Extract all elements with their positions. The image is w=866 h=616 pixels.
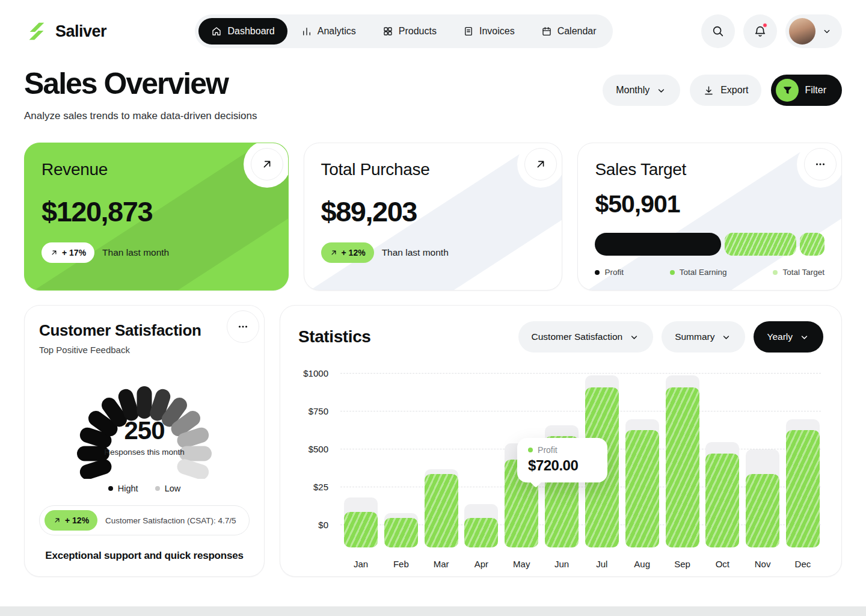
- y-axis-tick: $750: [298, 406, 328, 416]
- statistics-card: Statistics Customer Satisfaction Summary…: [280, 305, 842, 577]
- tooltip-label: Profit: [538, 445, 557, 455]
- bar-profit: [384, 518, 418, 547]
- bar-profit: [786, 430, 820, 547]
- bar-chart: $1000$750$500$25$0JanFebMarAprMayJunProf…: [298, 367, 823, 575]
- x-axis-label: Nov: [746, 559, 779, 569]
- y-axis-tick: $1000: [298, 368, 328, 378]
- topbar: Saliver DashboardAnalyticsProductsInvoic…: [24, 14, 842, 48]
- total-purchase-card: Total Purchase $89,203 + 12% Than last m…: [304, 143, 563, 291]
- legend-dot: [108, 486, 113, 491]
- chart-column-jun[interactable]: JunProfit$720.00: [545, 367, 579, 575]
- chart-column-mar[interactable]: Mar: [425, 367, 458, 575]
- notifications-button[interactable]: [743, 14, 777, 48]
- page-title: Sales Overview: [24, 66, 257, 101]
- search-button[interactable]: [701, 14, 735, 48]
- products-icon: [382, 26, 393, 37]
- chart-column-jan[interactable]: Jan: [344, 367, 378, 575]
- bottom-row: Customer Satisfaction Top Positive Feedb…: [24, 305, 842, 577]
- statistics-filters: Customer Satisfaction Summary Yearly: [518, 321, 823, 353]
- total-purchase-value: $89,203: [321, 195, 545, 228]
- dots-menu-icon: [814, 158, 827, 171]
- bar-profit: [625, 430, 659, 547]
- total-purchase-title: Total Purchase: [321, 160, 545, 179]
- search-icon: [711, 25, 725, 38]
- avatar: [789, 18, 815, 45]
- x-axis-label: Dec: [786, 559, 820, 569]
- statistics-header: Statistics Customer Satisfaction Summary…: [298, 321, 823, 353]
- filter-label: Filter: [805, 85, 826, 96]
- nav-item-dashboard[interactable]: Dashboard: [198, 18, 287, 45]
- statistics-title: Statistics: [298, 327, 371, 346]
- x-axis-label: Apr: [464, 559, 498, 569]
- revenue-value: $120,873: [41, 195, 271, 228]
- x-axis-label: Jan: [344, 559, 378, 569]
- total-purchase-note: Than last month: [382, 247, 449, 258]
- csat-delta-badge: + 12%: [45, 510, 97, 531]
- bar-profit: [344, 512, 378, 547]
- sales-target-menu-button[interactable]: [804, 148, 837, 180]
- revenue-expand-button[interactable]: [251, 148, 283, 180]
- filter-button[interactable]: Filter: [771, 75, 842, 106]
- target-segment-total-target: [800, 233, 825, 256]
- chart-column-oct[interactable]: Oct: [705, 367, 739, 575]
- main-nav: DashboardAnalyticsProductsInvoicesCalend…: [195, 14, 612, 48]
- dots-menu-icon: [236, 320, 250, 333]
- legend-item-total-target: Total Target: [773, 268, 825, 277]
- period-dropdown[interactable]: Monthly: [603, 75, 680, 106]
- arrow-up-right-icon: [50, 248, 58, 257]
- x-axis-label: Jul: [585, 559, 619, 569]
- x-axis-label: Feb: [384, 559, 418, 569]
- chart-column-nov[interactable]: Nov: [746, 367, 779, 575]
- total-purchase-expand-button[interactable]: [524, 148, 557, 180]
- chart-column-dec[interactable]: Dec: [786, 367, 820, 575]
- y-axis-tick: $25: [298, 482, 328, 492]
- chart-column-apr[interactable]: Apr: [464, 367, 498, 575]
- x-axis-label: May: [505, 559, 538, 569]
- chart-column-feb[interactable]: Feb: [384, 367, 418, 575]
- target-segment-total-earning: [725, 233, 796, 256]
- customer-satisfaction-card: Customer Satisfaction Top Positive Feedb…: [24, 305, 265, 577]
- nav-item-products[interactable]: Products: [370, 18, 449, 45]
- arrow-up-right-icon: [534, 158, 547, 171]
- legend-dot: [670, 270, 675, 275]
- user-menu[interactable]: [785, 14, 842, 48]
- legend-item-total-earning: Total Earning: [670, 268, 727, 277]
- chart-column-sep[interactable]: Sep: [666, 367, 699, 575]
- chart-column-aug[interactable]: Aug: [625, 367, 659, 575]
- export-label: Export: [720, 85, 748, 96]
- chevron-down-icon: [720, 331, 732, 343]
- x-axis-label: Jun: [545, 559, 579, 569]
- satisfaction-title: Customer Satisfaction: [39, 321, 250, 340]
- arrow-up-right-icon: [53, 516, 61, 525]
- statistics-metric-dropdown[interactable]: Customer Satisfaction: [518, 321, 654, 353]
- topbar-actions: [701, 14, 842, 48]
- legend-dot: [155, 486, 160, 491]
- page-subtitle: Analyze sales trends to make data-driven…: [24, 110, 257, 122]
- chart-tooltip: Profit$720.00: [517, 438, 607, 482]
- x-axis-label: Aug: [625, 559, 659, 569]
- revenue-note: Than last month: [102, 247, 169, 258]
- sales-target-legend: ProfitTotal EarningTotal Target: [595, 268, 825, 277]
- tooltip-dot: [528, 448, 533, 452]
- arrow-up-right-icon: [330, 248, 338, 257]
- nav-item-label: Products: [399, 26, 437, 37]
- revenue-card: Revenue $120,873 + 17% Than last month: [24, 143, 289, 291]
- total-purchase-delta-badge: + 12%: [321, 242, 374, 263]
- satisfaction-menu-button[interactable]: [227, 310, 259, 343]
- bottom-strip: [0, 606, 866, 616]
- head-actions: Monthly Export Filter: [603, 75, 842, 106]
- x-axis-label: Sep: [666, 559, 699, 569]
- statistics-summary-dropdown[interactable]: Summary: [662, 321, 745, 353]
- logo-icon: [24, 19, 49, 44]
- satisfaction-legend-low: Low: [155, 484, 181, 493]
- gauge-value: 250: [54, 416, 235, 445]
- sales-target-title: Sales Target: [595, 160, 825, 179]
- statistics-period-dropdown[interactable]: Yearly: [754, 321, 823, 353]
- app-name: Saliver: [55, 22, 106, 41]
- export-button[interactable]: Export: [690, 75, 761, 106]
- nav-item-analytics[interactable]: Analytics: [289, 18, 369, 45]
- nav-item-invoices[interactable]: Invoices: [450, 18, 527, 45]
- bar-profit: [464, 518, 498, 547]
- nav-item-calendar[interactable]: Calendar: [529, 18, 609, 45]
- csat-text: Customer Satisfaction (CSAT): 4.7/5: [105, 516, 236, 525]
